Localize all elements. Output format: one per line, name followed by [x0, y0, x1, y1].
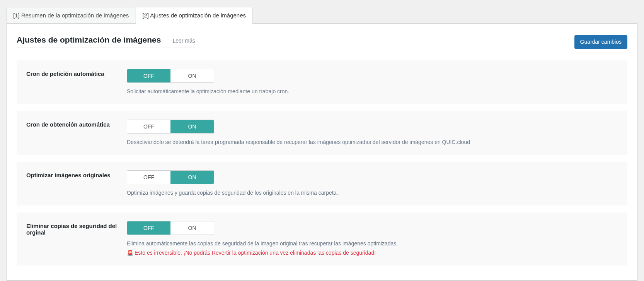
title-block: Ajustes de optimización de imágenes Leer… [17, 35, 195, 48]
setting-description: Solicitar automáticamente la optimizació… [127, 87, 618, 96]
setting-warning: 🚨Esto es irreversible. ¡No podrás Revert… [127, 248, 618, 257]
warning-text: Esto es irreversible. ¡No podrás Reverti… [135, 250, 376, 256]
setting-label: Cron de petición automática [26, 69, 127, 96]
setting-label: Eliminar copias de seguridad del orginal [26, 221, 127, 257]
setting-description: Desactivándolo se detendrá la tarea prog… [127, 138, 618, 146]
toggle-on-option[interactable]: ON [170, 120, 214, 133]
setting-row-auto-fetch-cron: Cron de obtención automática OFF ON Desa… [17, 111, 627, 155]
save-button[interactable]: Guardar cambios [574, 35, 627, 49]
toggle-on-option[interactable]: ON [170, 69, 214, 82]
setting-row-auto-request-cron: Cron de petición automática OFF ON Solic… [17, 60, 627, 104]
header-row: Ajustes de optimización de imágenes Leer… [17, 35, 627, 49]
setting-control: OFF ON Elimina automáticamente las copia… [127, 221, 618, 257]
setting-description: Elimina automáticamente las copias de se… [127, 240, 618, 248]
toggle-delete-backups: OFF ON [127, 221, 214, 235]
setting-label: Optimizar imágenes originales [26, 170, 127, 197]
setting-row-delete-backups: Eliminar copias de seguridad del orginal… [17, 212, 627, 266]
read-more-link[interactable]: Leer más [172, 38, 195, 44]
toggle-off-option[interactable]: OFF [127, 120, 170, 133]
page-title: Ajustes de optimización de imágenes [17, 35, 161, 45]
warning-icon: 🚨 [127, 250, 133, 256]
setting-row-optimize-originals: Optimizar imágenes originales OFF ON Opt… [17, 162, 627, 206]
setting-control: OFF ON Optimiza imágenes y guarda copias… [127, 170, 618, 197]
toggle-off-option[interactable]: OFF [127, 69, 170, 82]
tabs: [1] Resumen de la optimización de imágen… [7, 7, 644, 24]
content-panel: Ajustes de optimización de imágenes Leer… [7, 23, 637, 281]
tab-summary[interactable]: [1] Resumen de la optimización de imágen… [7, 7, 135, 24]
tab-settings[interactable]: [2] Ajustes de optimización de imágenes [136, 7, 252, 24]
toggle-off-option[interactable]: OFF [127, 171, 170, 184]
toggle-auto-request-cron: OFF ON [127, 69, 214, 83]
setting-description: Optimiza imágenes y guarda copias de seg… [127, 189, 618, 197]
toggle-on-option[interactable]: ON [170, 221, 214, 235]
toggle-optimize-originals: OFF ON [127, 170, 214, 184]
setting-control: OFF ON Desactivándolo se detendrá la tar… [127, 120, 618, 146]
toggle-off-option[interactable]: OFF [127, 221, 170, 235]
setting-control: OFF ON Solicitar automáticamente la opti… [127, 69, 618, 96]
toggle-auto-fetch-cron: OFF ON [127, 120, 214, 134]
setting-label: Cron de obtención automática [26, 120, 127, 146]
toggle-on-option[interactable]: ON [170, 171, 214, 184]
